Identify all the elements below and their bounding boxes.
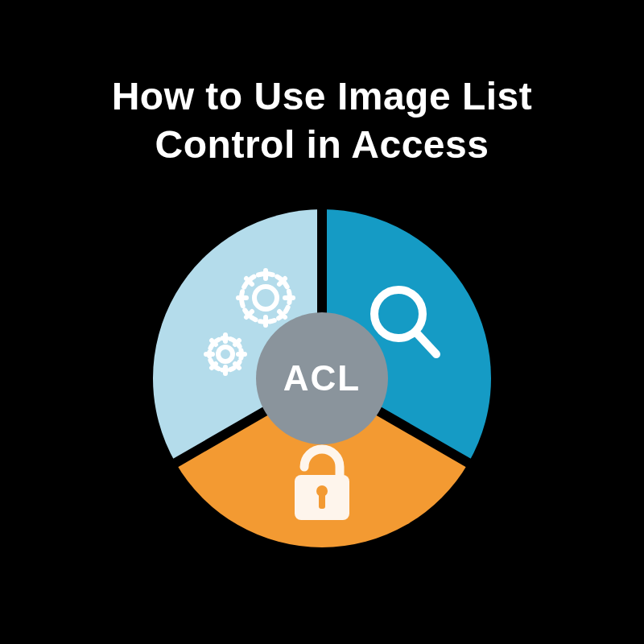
center-label: ACL (283, 358, 361, 398)
acl-diagram: ACL (145, 201, 499, 555)
page-title: How to Use Image List Control in Access (48, 72, 596, 169)
svg-rect-11 (319, 493, 325, 509)
